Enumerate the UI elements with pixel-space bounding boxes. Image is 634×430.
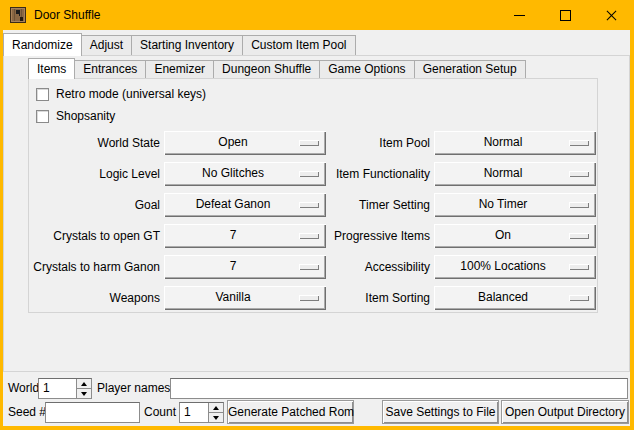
arrow-down-icon: [81, 392, 87, 396]
tab-game-options[interactable]: Game Options: [319, 60, 414, 78]
world-state-label: World State: [13, 131, 160, 155]
spin-up-button[interactable]: [77, 379, 91, 389]
arrow-up-icon: [81, 382, 87, 386]
item-pool-label: Item Pool: [320, 131, 430, 155]
dropdown-indicator-icon: [299, 233, 319, 239]
tab-adjust[interactable]: Adjust: [81, 35, 132, 55]
dropdown-indicator-icon: [299, 264, 319, 270]
item-sorting-value: Balanced: [434, 286, 572, 309]
tab-custom-item-pool[interactable]: Custom Item Pool: [242, 35, 355, 55]
window-title: Door Shuffle: [34, 8, 101, 22]
crystals-ganon-value: 7: [164, 255, 302, 278]
minimize-icon: [514, 15, 525, 16]
dropdown-indicator-icon: [299, 295, 319, 301]
crystals-gt-dropdown[interactable]: 7: [164, 224, 326, 248]
item-pool-value: Normal: [434, 131, 572, 154]
dropdown-indicator-icon: [569, 140, 589, 146]
spin-down-button[interactable]: [209, 413, 223, 422]
worlds-value: 1: [39, 379, 76, 398]
accessibility-label: Accessibility: [320, 255, 430, 279]
goal-label: Goal: [13, 193, 160, 217]
tab-enemizer[interactable]: Enemizer: [145, 60, 214, 78]
spin-down-button[interactable]: [77, 389, 91, 398]
dropdown-indicator-icon: [569, 202, 589, 208]
app-window: Door Shuffle Randomize Adjust Starting I…: [0, 0, 634, 430]
door-icon: [10, 7, 26, 23]
timer-setting-value: No Timer: [434, 193, 572, 216]
retro-mode-checkbox[interactable]: [36, 88, 49, 101]
option-row: Weapons Vanilla Item Sorting Balanced: [3, 286, 630, 310]
seed-input[interactable]: [45, 402, 140, 423]
arrow-up-icon: [213, 406, 219, 410]
worlds-spinbox[interactable]: 1: [38, 378, 92, 399]
item-functionality-value: Normal: [434, 162, 572, 185]
retro-mode-label: Retro mode (universal keys): [56, 87, 206, 101]
world-state-dropdown[interactable]: Open: [164, 131, 326, 155]
item-pool-dropdown[interactable]: Normal: [434, 131, 596, 155]
spin-buttons: [76, 379, 91, 398]
main-tab-bar: Randomize Adjust Starting Inventory Cust…: [3, 32, 355, 55]
minimize-button[interactable]: [496, 0, 542, 30]
goal-dropdown[interactable]: Defeat Ganon: [164, 193, 326, 217]
retro-mode-row: Retro mode (universal keys): [36, 87, 206, 101]
option-row: Logic Level No Glitches Item Functionali…: [3, 162, 630, 186]
tab-starting-inventory[interactable]: Starting Inventory: [131, 35, 243, 55]
save-settings-button[interactable]: Save Settings to File: [382, 400, 499, 424]
dropdown-indicator-icon: [569, 171, 589, 177]
sub-tab-bar: Items Entrances Enemizer Dungeon Shuffle…: [28, 58, 525, 78]
count-spinbox[interactable]: 1: [179, 402, 224, 423]
shopsanity-label: Shopsanity: [56, 109, 115, 123]
progressive-items-label: Progressive Items: [320, 224, 430, 248]
logic-level-dropdown[interactable]: No Glitches: [164, 162, 326, 186]
item-functionality-dropdown[interactable]: Normal: [434, 162, 596, 186]
dropdown-indicator-icon: [569, 295, 589, 301]
close-button[interactable]: [588, 0, 634, 30]
dropdown-indicator-icon: [299, 202, 319, 208]
option-row: World State Open Item Pool Normal: [3, 131, 630, 155]
world-state-value: Open: [164, 131, 302, 154]
window-controls: [496, 0, 634, 30]
player-names-input[interactable]: [170, 378, 628, 399]
accessibility-dropdown[interactable]: 100% Locations: [434, 255, 596, 279]
weapons-value: Vanilla: [164, 286, 302, 309]
crystals-gt-value: 7: [164, 224, 302, 247]
tab-generation-setup[interactable]: Generation Setup: [414, 60, 526, 78]
crystals-ganon-label: Crystals to harm Ganon: [13, 255, 160, 279]
weapons-label: Weapons: [13, 286, 160, 310]
titlebar: Door Shuffle: [0, 0, 634, 30]
dropdown-indicator-icon: [299, 171, 319, 177]
logic-level-label: Logic Level: [13, 162, 160, 186]
tab-items[interactable]: Items: [28, 58, 75, 79]
timer-setting-dropdown[interactable]: No Timer: [434, 193, 596, 217]
option-row: Crystals to open GT 7 Progressive Items …: [3, 224, 630, 248]
shopsanity-checkbox[interactable]: [36, 110, 49, 123]
progressive-items-value: On: [434, 224, 572, 247]
dropdown-indicator-icon: [299, 140, 319, 146]
tab-dungeon-shuffle[interactable]: Dungeon Shuffle: [213, 60, 320, 78]
tab-entrances[interactable]: Entrances: [74, 60, 146, 78]
maximize-button[interactable]: [542, 0, 588, 30]
item-functionality-label: Item Functionality: [320, 162, 430, 186]
progressive-items-dropdown[interactable]: On: [434, 224, 596, 248]
weapons-dropdown[interactable]: Vanilla: [164, 286, 326, 310]
accessibility-value: 100% Locations: [434, 255, 572, 278]
timer-setting-label: Timer Setting: [320, 193, 430, 217]
close-icon: [605, 9, 618, 22]
crystals-ganon-dropdown[interactable]: 7: [164, 255, 326, 279]
tab-randomize[interactable]: Randomize: [3, 33, 82, 56]
spin-up-button[interactable]: [209, 403, 223, 413]
generate-patched-rom-button[interactable]: Generate Patched Rom: [227, 400, 354, 424]
maximize-icon: [560, 10, 571, 21]
shopsanity-row: Shopsanity: [36, 109, 115, 123]
count-label: Count: [144, 402, 176, 423]
item-sorting-label: Item Sorting: [320, 286, 430, 310]
player-names-label: Player names: [97, 378, 170, 399]
option-row: Crystals to harm Ganon 7 Accessibility 1…: [3, 255, 630, 279]
count-value: 1: [180, 403, 208, 422]
dropdown-indicator-icon: [569, 233, 589, 239]
item-sorting-dropdown[interactable]: Balanced: [434, 286, 596, 310]
arrow-down-icon: [213, 416, 219, 420]
spin-buttons: [208, 403, 223, 422]
logic-level-value: No Glitches: [164, 162, 302, 185]
open-output-directory-button[interactable]: Open Output Directory: [501, 400, 629, 424]
